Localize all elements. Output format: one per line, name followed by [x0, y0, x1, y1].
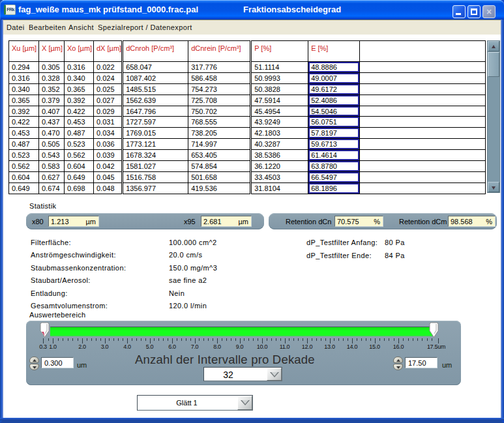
col-header-7[interactable]: E [%] [308, 41, 360, 62]
cell-r1c5[interactable]: 586.458 [188, 72, 251, 83]
lower-spin-up-button[interactable] [29, 357, 39, 363]
cell-r1c4[interactable]: 1087.402 [123, 72, 188, 83]
cell-r3c3[interactable]: 0.027 [94, 95, 123, 106]
cell-r1c0[interactable]: 0.316 [9, 72, 39, 83]
cell-r5c0[interactable]: 0.422 [9, 117, 39, 128]
col-header-6[interactable]: P [%] [251, 41, 308, 62]
lower-spin-down-button[interactable] [29, 364, 39, 370]
cell-r2c6[interactable]: 50.3828 [251, 83, 308, 95]
cell-r0c5[interactable]: 317.776 [188, 62, 251, 73]
slider-handle-upper[interactable] [429, 322, 439, 338]
cell-r7c2[interactable]: 0.523 [65, 139, 94, 150]
cell-r1c7[interactable]: 49.0007 [308, 72, 360, 83]
menu-item-datei[interactable]: Datei [7, 23, 25, 31]
cell-r0c7[interactable]: 48.8886 [308, 62, 360, 73]
cell-r10c2[interactable]: 0.649 [65, 171, 94, 182]
cell-r1c1[interactable]: 0.328 [39, 72, 65, 83]
upper-spin-up-button[interactable] [393, 357, 403, 363]
x80-field[interactable]: 1.213 µm [48, 216, 99, 227]
cell-r4c3[interactable]: 0.029 [94, 106, 123, 117]
upper-spin-down-button[interactable] [393, 364, 403, 370]
cell-r7c6[interactable]: 40.3287 [251, 139, 308, 150]
cell-r9c6[interactable]: 36.1220 [251, 161, 308, 172]
cell-r7c5[interactable]: 714.997 [188, 139, 251, 150]
menu-item-bearbeiten[interactable]: Bearbeiten [29, 23, 66, 31]
cell-r8c4[interactable]: 1678.324 [123, 150, 188, 161]
cell-r3c7[interactable]: 52.4086 [308, 95, 360, 106]
retention-dcm-field[interactable]: 98.568 % [448, 216, 496, 227]
cell-r10c3[interactable]: 0.045 [94, 171, 123, 182]
cell-r11c1[interactable]: 0.674 [39, 182, 65, 194]
cell-r5c1[interactable]: 0.437 [39, 117, 65, 128]
cell-r7c7[interactable]: 59.6713 [308, 139, 360, 150]
cell-r11c6[interactable]: 31.8104 [251, 182, 308, 194]
slider-track[interactable] [50, 327, 432, 336]
cell-r6c4[interactable]: 1769.015 [123, 128, 188, 139]
cell-r7c1[interactable]: 0.505 [39, 139, 65, 150]
cell-r3c5[interactable]: 725.708 [188, 95, 251, 106]
cell-r4c0[interactable]: 0.392 [9, 106, 39, 117]
menu-item-spezialreport-datenexport[interactable]: Spezialreport / Datenexport [98, 23, 192, 31]
col-header-5[interactable]: dCnrein [P/cm³] [188, 41, 251, 62]
cell-r9c1[interactable]: 0.583 [39, 161, 65, 172]
cell-r8c0[interactable]: 0.523 [9, 150, 39, 161]
col-header-2[interactable]: Xo [µm] [65, 41, 94, 62]
cell-r3c2[interactable]: 0.392 [65, 95, 94, 106]
cell-r2c3[interactable]: 0.025 [94, 83, 123, 95]
smoothing-dropdown-button[interactable] [237, 396, 252, 410]
cell-r5c5[interactable]: 768.555 [188, 117, 251, 128]
cell-r8c5[interactable]: 653.405 [188, 150, 251, 161]
cell-r6c3[interactable]: 0.034 [94, 128, 123, 139]
cell-r11c2[interactable]: 0.698 [65, 182, 94, 194]
cell-r7c3[interactable]: 0.036 [94, 139, 123, 150]
cell-r4c5[interactable]: 750.702 [188, 106, 251, 117]
cell-r10c5[interactable]: 501.658 [188, 171, 251, 182]
cell-r10c1[interactable]: 0.627 [39, 171, 65, 182]
cell-r6c1[interactable]: 0.470 [39, 128, 65, 139]
cell-r3c0[interactable]: 0.365 [9, 95, 39, 106]
table-scrollbar[interactable] [487, 40, 500, 193]
cell-r6c7[interactable]: 57.8197 [308, 128, 360, 139]
scrollbar-down-button[interactable] [488, 182, 499, 192]
scrollbar-thumb[interactable] [488, 52, 499, 77]
scrollbar-up-button[interactable] [488, 41, 499, 51]
cell-r4c6[interactable]: 45.4954 [251, 106, 308, 117]
cell-r11c7[interactable]: 68.1896 [308, 182, 360, 194]
cell-r6c2[interactable]: 0.487 [65, 128, 94, 139]
cell-r7c4[interactable]: 1773.121 [123, 139, 188, 150]
cell-r11c3[interactable]: 0.048 [94, 182, 123, 194]
cell-r11c4[interactable]: 1356.977 [123, 182, 188, 194]
cell-r9c7[interactable]: 63.8780 [308, 161, 360, 172]
cell-r6c6[interactable]: 42.1803 [251, 128, 308, 139]
col-header-0[interactable]: Xu [µm] [9, 41, 39, 62]
cell-r2c2[interactable]: 0.365 [65, 83, 94, 95]
cell-r0c0[interactable]: 0.294 [9, 62, 39, 73]
cell-r10c4[interactable]: 1516.758 [123, 171, 188, 182]
cell-r0c3[interactable]: 0.022 [94, 62, 123, 73]
cell-r1c6[interactable]: 50.9993 [251, 72, 308, 83]
cell-r8c7[interactable]: 61.4614 [308, 150, 360, 161]
cell-r4c1[interactable]: 0.407 [39, 106, 65, 117]
cell-r8c2[interactable]: 0.562 [65, 150, 94, 161]
cell-r1c3[interactable]: 0.024 [94, 72, 123, 83]
cell-r5c6[interactable]: 43.9249 [251, 117, 308, 128]
cell-r2c7[interactable]: 49.6172 [308, 83, 360, 95]
lower-bound-field[interactable]: 0.300 [41, 357, 74, 368]
cell-r2c1[interactable]: 0.352 [39, 83, 65, 95]
cell-r2c5[interactable]: 754.273 [188, 83, 251, 95]
maximize-button[interactable] [467, 5, 481, 18]
close-button[interactable]: × [482, 5, 496, 18]
cell-r1c2[interactable]: 0.340 [65, 72, 94, 83]
cell-r8c1[interactable]: 0.543 [39, 150, 65, 161]
lower-spinner[interactable] [29, 357, 39, 371]
cell-r4c4[interactable]: 1647.796 [123, 106, 188, 117]
cell-r6c0[interactable]: 0.453 [9, 128, 39, 139]
cell-r9c0[interactable]: 0.562 [9, 161, 39, 172]
intervals-dropdown-button[interactable] [267, 368, 282, 381]
cell-r3c6[interactable]: 47.5914 [251, 95, 308, 106]
cell-r4c2[interactable]: 0.422 [65, 106, 94, 117]
cell-r9c5[interactable]: 574.854 [188, 161, 251, 172]
retention-dcn-field[interactable]: 70.575 % [334, 216, 383, 227]
cell-r0c6[interactable]: 51.1114 [251, 62, 308, 73]
cell-r10c7[interactable]: 66.5497 [308, 171, 360, 182]
